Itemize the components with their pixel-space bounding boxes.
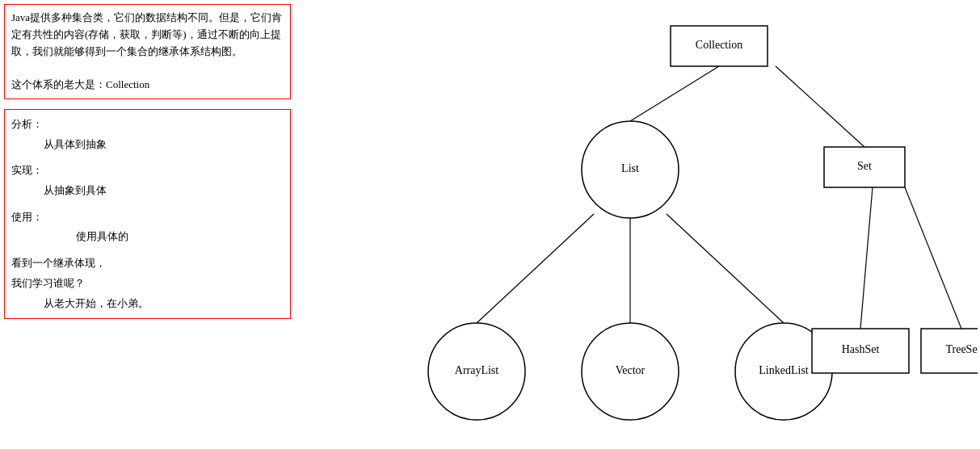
edge-set-hashset bbox=[860, 187, 873, 329]
analysis-value: 从具体到抽象 bbox=[11, 135, 284, 155]
edge-set-treeset bbox=[905, 187, 961, 329]
edge-list-linkedlist bbox=[667, 214, 784, 323]
analysis-label: 分析： bbox=[11, 118, 43, 130]
linkedlist-label: LinkedList bbox=[759, 364, 809, 376]
set-label: Set bbox=[857, 160, 872, 172]
note-line3: 从老大开始，在小弟。 bbox=[11, 294, 284, 314]
info-box-1: Java提供多种集合类，它们的数据结构不同。但是，它们肯定有共性的内容(存储，获… bbox=[4, 4, 291, 99]
info-text-1: Java提供多种集合类，它们的数据结构不同。但是，它们肯定有共性的内容(存储，获… bbox=[11, 11, 282, 57]
vector-label: Vector bbox=[616, 364, 646, 376]
use-value: 使用具体的 bbox=[11, 227, 284, 247]
implement-value: 从抽象到具体 bbox=[11, 181, 284, 201]
note-line2: 我们学习谁呢？ bbox=[11, 277, 85, 289]
diagram: Collection List Set ArrayList Vector Lin… bbox=[291, 0, 978, 449]
edge-collection-list bbox=[630, 66, 719, 121]
treeset-label: TreeSet bbox=[945, 343, 978, 355]
list-label: List bbox=[621, 162, 639, 174]
use-label: 使用： bbox=[11, 208, 284, 228]
edge-collection-set bbox=[776, 66, 864, 147]
implement-label: 实现： bbox=[11, 161, 284, 181]
diagram-svg: Collection List Set ArrayList Vector Lin… bbox=[291, 0, 978, 449]
edge-list-arraylist bbox=[477, 214, 594, 323]
arraylist-label: ArrayList bbox=[455, 364, 499, 376]
hashset-label: HashSet bbox=[842, 343, 880, 355]
info-box-2: 分析： 从具体到抽象 实现： 从抽象到具体 使用： 使用具体的 看到一个继承体现… bbox=[4, 109, 291, 319]
collection-label: Collection bbox=[696, 39, 742, 51]
info-footer-1: 这个体系的老大是：Collection bbox=[11, 78, 149, 90]
note-line1: 看到一个继承体现， bbox=[11, 254, 284, 274]
